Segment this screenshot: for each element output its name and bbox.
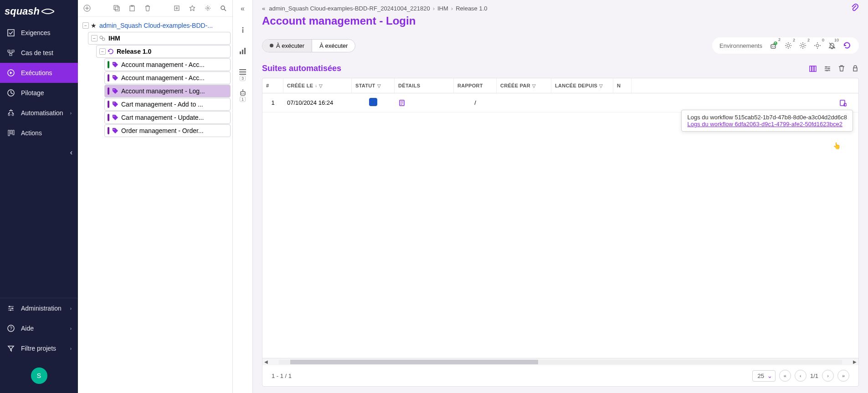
nav-aide[interactable]: ? Aide ›	[0, 318, 78, 338]
collapse-detail-icon[interactable]: «	[241, 5, 245, 13]
search-icon[interactable]	[218, 3, 229, 14]
nav-pilotage[interactable]: Pilotage	[0, 83, 78, 103]
svg-point-54	[826, 66, 827, 67]
chart-tab[interactable]	[236, 45, 249, 57]
list-tab[interactable]: 3	[236, 66, 249, 78]
breadcrumb-project[interactable]: admin_Squash Cloud-examples-BDD-RF_20241…	[269, 5, 430, 12]
scroll-left-icon[interactable]: ◀	[262, 359, 270, 364]
svg-point-50	[816, 44, 819, 47]
row-action-icon[interactable]	[839, 99, 855, 107]
tree-item-label: Account management - Acc...	[121, 74, 205, 82]
filter-icon[interactable]: ▽	[377, 83, 381, 88]
tag-icon	[112, 88, 118, 94]
tree-folder[interactable]: − IHM	[88, 32, 231, 45]
col-created[interactable]: CRÉÉE LE↓▽	[283, 78, 352, 93]
tooltip-log1[interactable]: Logs du workflow 515cab52-1b7d-47b8-8d0e…	[687, 114, 847, 121]
page-prev[interactable]: ‹	[795, 370, 806, 382]
breadcrumb-folder[interactable]: IHM	[437, 5, 448, 12]
cell-launched	[551, 98, 613, 107]
columns-icon[interactable]	[809, 65, 817, 73]
nav-actions[interactable]: Actions	[0, 123, 78, 143]
nav-cas-de-test[interactable]: Cas de test	[0, 43, 78, 63]
nav-main: Exigences Cas de test Exécutions Pilotag…	[0, 23, 78, 298]
collapse-icon[interactable]: −	[91, 35, 98, 41]
sidebar-collapse[interactable]: ‹	[0, 143, 78, 162]
env-gear3-icon[interactable]: 0	[813, 41, 822, 50]
delete-icon[interactable]	[838, 65, 845, 73]
page-last[interactable]: »	[837, 370, 849, 382]
tree-root-label: admin_Squash Cloud-examples-BDD-...	[99, 22, 213, 29]
tree-root[interactable]: − ★ admin_Squash Cloud-examples-BDD-...	[80, 20, 231, 31]
nav-filtre-projets[interactable]: Filtre projets ›	[0, 338, 78, 358]
paste-icon[interactable]	[127, 3, 138, 14]
env-bell-icon[interactable]: 10	[828, 41, 836, 50]
col-launched[interactable]: LANCÉE DEPUIS▽	[551, 78, 613, 93]
col-num[interactable]: #	[262, 78, 283, 93]
robot-tab[interactable]: 1	[236, 87, 249, 99]
info-tab[interactable]	[236, 24, 249, 36]
copy-icon[interactable]	[111, 3, 122, 14]
nav-automatisation[interactable]: Automatisation ›	[0, 103, 78, 123]
tree-item[interactable]: Account management - Log...	[104, 85, 231, 97]
col-report[interactable]: RAPPORT	[454, 78, 497, 93]
exec-status-row: À exécuter À exécuter Environnements 2 2…	[253, 34, 868, 57]
col-createdby[interactable]: CRÉÉE PAR▽	[497, 78, 551, 93]
lock-icon[interactable]	[852, 65, 859, 73]
breadcrumb-release[interactable]: Release 1.0	[456, 5, 487, 12]
env-gear1-icon[interactable]: 2	[784, 41, 792, 50]
flow-icon	[6, 49, 15, 56]
env-gear2-icon[interactable]: 2	[799, 41, 807, 50]
scroll-thumb[interactable]	[290, 360, 538, 364]
tree-item[interactable]: Cart management - Update...	[104, 111, 231, 124]
env-robot-count: 2	[778, 37, 781, 42]
svg-text:?: ?	[10, 326, 12, 331]
star-filled-icon: ★	[91, 22, 97, 29]
filter-icon[interactable]: ▽	[599, 83, 603, 88]
export-icon[interactable]	[171, 3, 182, 14]
page-next[interactable]: ›	[822, 370, 834, 382]
tree-item-label: Order management - Order...	[121, 127, 204, 134]
exec-pill-status[interactable]: À exécuter	[262, 40, 312, 52]
scroll-right-icon[interactable]: ▶	[851, 359, 858, 364]
nav-executions[interactable]: Exécutions	[0, 63, 78, 83]
user-avatar[interactable]: S	[31, 367, 47, 384]
env-label: Environnements	[719, 42, 762, 49]
page-first[interactable]: «	[779, 370, 791, 382]
tree-item[interactable]: Account management - Acc...	[104, 58, 231, 71]
col-status[interactable]: STATUT▽	[352, 78, 395, 93]
pagination: 1 - 1 / 1 25 « ‹ 1/1 › »	[262, 365, 858, 386]
refresh-icon[interactable]	[842, 41, 852, 50]
tree-item[interactable]: Order management - Order...	[104, 124, 231, 137]
nav-label: Cas de test	[21, 49, 53, 56]
status-dot-icon	[270, 44, 273, 47]
nav-exigences[interactable]: Exigences	[0, 23, 78, 43]
gear-icon[interactable]	[202, 3, 213, 14]
filter-icon[interactable]: ▽	[532, 83, 536, 88]
tree-item[interactable]: Cart management - Add to ...	[104, 98, 231, 111]
horizontal-scrollbar[interactable]: ◀ ▶	[262, 358, 858, 365]
tooltip-log2[interactable]: Logs du workflow 6dfa2063-d9c1-4799-afe2…	[687, 121, 847, 128]
collapse-icon[interactable]: −	[99, 48, 106, 55]
scroll-track[interactable]	[279, 360, 842, 364]
attachment-icon[interactable]	[851, 4, 859, 13]
exec-pill-action[interactable]: À exécuter	[312, 40, 355, 52]
settings-icon[interactable]	[823, 65, 832, 73]
col-n[interactable]: N	[613, 78, 632, 93]
details-icon[interactable]	[398, 99, 450, 107]
delete-icon[interactable]	[142, 3, 153, 14]
page-size-select[interactable]: 25	[752, 370, 775, 382]
tree-release[interactable]: − Release 1.0	[96, 45, 231, 58]
add-icon[interactable]	[82, 3, 92, 14]
list-badge: 3	[240, 76, 246, 81]
env-robot-icon[interactable]: 2	[769, 41, 778, 50]
suites-table: # CRÉÉE LE↓▽ STATUT▽ DÉTAILS RAPPORT CRÉ…	[262, 78, 859, 387]
col-details[interactable]: DÉTAILS	[395, 78, 454, 93]
star-icon[interactable]	[187, 3, 198, 14]
nav-administration[interactable]: Administration ›	[0, 298, 78, 318]
tree-item[interactable]: Account management - Acc...	[104, 71, 231, 84]
filter-icon[interactable]: ▽	[319, 83, 323, 88]
collapse-breadcrumb-icon[interactable]: «	[262, 5, 265, 12]
svg-rect-19	[130, 6, 134, 11]
collapse-icon[interactable]: −	[82, 22, 89, 29]
logo[interactable]: squash	[0, 0, 78, 23]
